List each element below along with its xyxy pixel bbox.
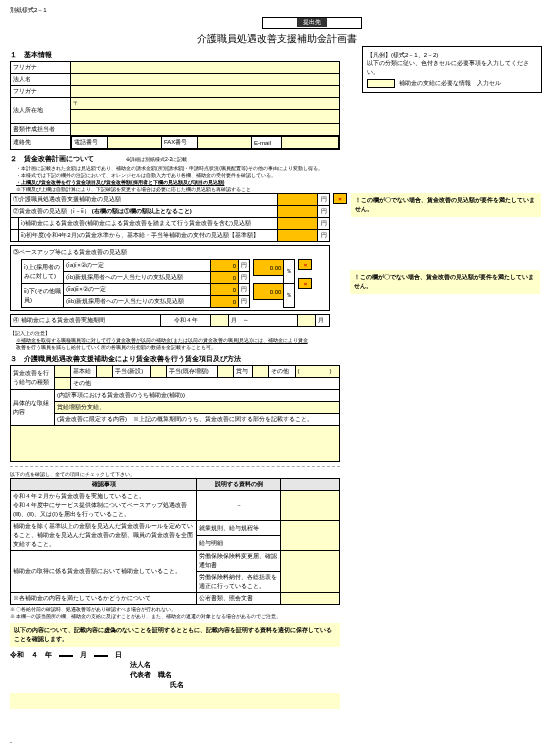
s3-detail3: (賃金改善に限定する内容) ※上記の概算期間のうち、賃金改善に関する部分を記載す… [55, 414, 340, 426]
callout-2: ！この欄が〇でない場合、賃金改善の見込額が要件を満たしていません。 [350, 270, 540, 294]
b2-b1-yen: 円 [239, 284, 250, 296]
period-table: ④ 補助金による賃金改善実施期間 令和４年 月 ～ 月 [10, 314, 330, 327]
legend-box: 【凡例】(様式2－1、2－2) 以下の分類に従い、色付きセルに必要事項を入力して… [362, 46, 542, 93]
section1-heading: １ 基本情報 [10, 50, 352, 60]
label-renraku: 連絡先 [11, 136, 71, 150]
b2-rowB: ⅱ)下(その他職員) [22, 284, 64, 308]
b1-row2-note: (右欄の額は①欄の額以上となること) [92, 208, 192, 214]
b1-row2: ②賃金改善の見込額（ⅰ－ⅱ） [13, 208, 90, 214]
corp-label: 法人名 [130, 661, 151, 668]
cf-th1: 確認事項 [11, 479, 197, 491]
check-mark-1: × [333, 193, 347, 204]
input-email[interactable] [282, 137, 339, 149]
input-tantou[interactable] [71, 124, 340, 136]
s3-colF: その他 [271, 368, 289, 374]
s3-colD: 手当(既存増額) [166, 366, 217, 378]
legend-heading: 【凡例】(様式2－1、2－2) [367, 51, 537, 59]
b1-row-i: ⅰ)補助金による賃金改善(補助金による賃金改善を踏まえて行う賃金改善を含む)見込… [19, 218, 278, 230]
b2-rowA: ⅰ)上(採用者のみに対して) [22, 260, 64, 284]
label-fax: FAX番号 [162, 137, 198, 149]
cf-r3-c3[interactable] [281, 551, 340, 593]
callout-2-text: ！この欄が〇でない場合、賃金改善の見込額が要件を満たしていません。 [354, 274, 534, 289]
zip-mark: 〒 [73, 100, 79, 106]
estimate-table: ①介護職員処遇改善支援補助金の見込額 円 ②賃金改善の見込額（ⅰ－ⅱ） (右欄の… [10, 193, 330, 242]
b2-rowB-sub1: (ⅱa)ⅱ×②の一定 [64, 284, 211, 296]
label-furigana1: フリガナ [11, 62, 71, 74]
b2-rowB-sub2: (ⅱb)新規採用者への一人当たりの支払見込額 [64, 296, 211, 308]
sec2-topnote: ※詳細は別紙様式2-2に記載 [126, 156, 187, 162]
cf-r5-c3[interactable] [281, 593, 340, 605]
s3-colF-paren[interactable]: ( ) [295, 366, 339, 378]
date-day[interactable] [94, 655, 108, 657]
cf-r0-c2: － [197, 491, 281, 521]
input-houjinmei[interactable] [71, 74, 340, 86]
cf-r1-c3[interactable] [281, 521, 340, 551]
input-tel[interactable] [108, 137, 162, 149]
input-fax[interactable] [198, 137, 252, 149]
cb-e[interactable] [218, 366, 234, 378]
cb-f[interactable] [253, 366, 269, 378]
form-code: 別紙様式2－1 [10, 6, 544, 15]
b3-month-tilde: 月 ～ [229, 315, 298, 327]
b2-a1-val: 0 [211, 260, 239, 272]
label-tantou: 書類作成担当者 [11, 124, 71, 136]
input-zip[interactable]: 〒 [71, 98, 340, 110]
s3-bigbox[interactable] [11, 426, 340, 462]
check-mark-2a: × [298, 259, 312, 270]
cf-foot1: ※ 〇各給付前の確認時、処遇改善等があり確認すべき場合が行われない。 [10, 606, 544, 612]
confirm-statement: 以下の内容について、記載内容に虚偽のないことを証明するとともに、記載内容を証明す… [10, 623, 340, 647]
cb-sub[interactable] [55, 378, 71, 390]
cf-th3 [281, 479, 340, 491]
s3-detail1: (内訳事項における賃金改善のうち補助金(補助)) [55, 390, 340, 402]
b3-month-in[interactable] [211, 315, 229, 327]
b1-row1: ①介護職員処遇改善支援補助金の見込額 [11, 194, 278, 206]
b2-rowA-sub2: (ⅰb)新規採用者への一人当たりの支払見込額 [64, 272, 211, 284]
sec2-note3b: ・上欄及び賃金改善を行う賃金項目及び賃金改善額(採用者と下欄の見込額及び項目の見… [16, 179, 224, 185]
b2-b2-yen: 円 [239, 296, 250, 308]
cf-r1-c2: 就業規則、給与規程等 [197, 521, 281, 536]
label-tel: 電話番号 [72, 137, 108, 149]
input-furigana2[interactable] [71, 86, 340, 98]
date-month[interactable] [59, 655, 73, 657]
cf-r3-c2: 労働保険保険料変更届、確認通知書 [197, 551, 281, 572]
b1-row1-val [278, 194, 318, 206]
check-mark-2b: × [298, 278, 312, 289]
s3-colE: 賞与 [234, 366, 253, 378]
page-title: 介護職員処遇改善支援補助金計画書 [10, 32, 544, 46]
label-email: E-mail [252, 137, 282, 149]
b2-b2-val: 0 [211, 296, 239, 308]
legend-swatch [367, 79, 395, 88]
cb-b[interactable] [55, 366, 71, 378]
s3-colB: 基本給 [71, 366, 97, 378]
cb-d[interactable] [150, 366, 166, 378]
section3-heading: ３ 介護職員処遇改善支援補助金により賃金改善を行う賃金項目及び方法 [10, 354, 544, 364]
label-furigana2: フリガナ [11, 86, 71, 98]
b2-b1-val: 0 [211, 284, 239, 296]
b3-month-in2[interactable] [298, 315, 316, 327]
s3-detail2[interactable]: 賞給増額分支給、 [55, 402, 340, 414]
sec2-note3t: ※下欄及び上欄は自動計算により、下記確認を変更する場合は必要に応じた欄の見込額も… [16, 186, 352, 192]
submit-destination-box[interactable]: 提出先 [262, 17, 362, 29]
b2-heading: ③ベースアップ等による賃金改善の見込額 [13, 248, 327, 257]
s3-subrow: その他 [71, 378, 340, 390]
pct-b: 0.00 [254, 284, 284, 300]
cf-r0-c3[interactable] [281, 491, 340, 521]
cf-foot2: ※ 本欄一の該当箇所の欄、補助金の支給に及ぼすことがあり、また、補助金の返還の対… [10, 613, 544, 619]
yen-2: 円 [318, 206, 330, 218]
b3-month-suffix: 月 [316, 315, 330, 327]
rep-label: 代表者 [130, 671, 151, 678]
baseup-table: ⅰ)上(採用者のみに対して) (ⅰa)ⅰ×②の一定 0 円 (ⅰb)新規採用者へ… [21, 259, 250, 308]
bottom-yellow-box[interactable] [10, 693, 340, 709]
s3-colC: 手当(新設) [113, 366, 151, 378]
b2-a1-yen: 円 [239, 260, 250, 272]
s2-note-line: ※補助金を取得する職種職員等に対して行う賃金改善が以前の補助金(または以前の賃金… [16, 337, 308, 343]
yen-3: 円 [318, 218, 330, 230]
input-furigana1[interactable] [71, 62, 340, 74]
input-addr[interactable] [71, 110, 340, 124]
b3-period: 令和４年 [161, 315, 211, 327]
page-dash: - [10, 739, 544, 745]
sec2-note2: ・本様式では下記の欄外の注記において、オレンジセルは自動入力であり各欄、補助金の… [16, 172, 352, 178]
s3-left-label: 具体的な取組内容 [11, 390, 55, 426]
jobtitle-label: 職名 [158, 671, 172, 678]
cb-c[interactable] [97, 366, 113, 378]
